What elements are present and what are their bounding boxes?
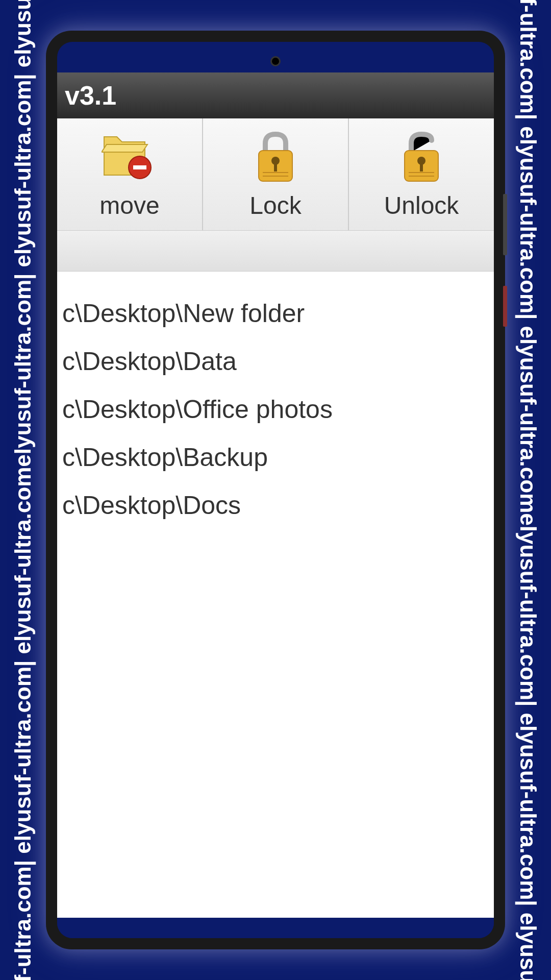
title-text: v3.1 (65, 80, 116, 111)
watermark-right: elyusuf-ultra.com| elyusuf-ultra.com| el… (505, 0, 551, 980)
list-item[interactable]: c\Desktop\Docs (57, 481, 494, 529)
svg-rect-9 (420, 162, 423, 172)
list-item[interactable]: c\Desktop\Office photos (57, 385, 494, 433)
toolbar: move Lock (57, 118, 494, 231)
lock-label: Lock (249, 191, 301, 219)
watermark-left: elyusuf-ultra.com| elyusuf-ultra.com| el… (0, 0, 46, 980)
unlock-button[interactable]: Unlock (349, 118, 494, 230)
unlock-label: Unlock (384, 191, 459, 219)
remove-label: move (99, 191, 159, 219)
remove-button[interactable]: move (57, 118, 203, 230)
list-item[interactable]: c\Desktop\Data (57, 337, 494, 385)
phone-inner: v3.1 move (57, 42, 494, 938)
folder-remove-icon (102, 129, 158, 185)
app-screen: v3.1 move (57, 72, 494, 918)
svg-rect-4 (274, 162, 277, 172)
title-bar: v3.1 (57, 72, 494, 118)
lock-icon (247, 129, 304, 185)
phone-side-button-1 (503, 194, 507, 255)
svg-rect-1 (133, 165, 146, 169)
phone-side-button-2 (503, 286, 507, 327)
phone-camera (270, 56, 281, 66)
phone-bottom-bar (57, 918, 494, 938)
list-item[interactable]: c\Desktop\New folder (57, 289, 494, 337)
sub-bar (57, 231, 494, 272)
unlock-icon (393, 129, 449, 185)
phone-frame: v3.1 move (46, 31, 505, 949)
file-list: c\Desktop\New folder c\Desktop\Data c\De… (57, 272, 494, 547)
list-item[interactable]: c\Desktop\Backup (57, 433, 494, 481)
lock-button[interactable]: Lock (203, 118, 349, 230)
